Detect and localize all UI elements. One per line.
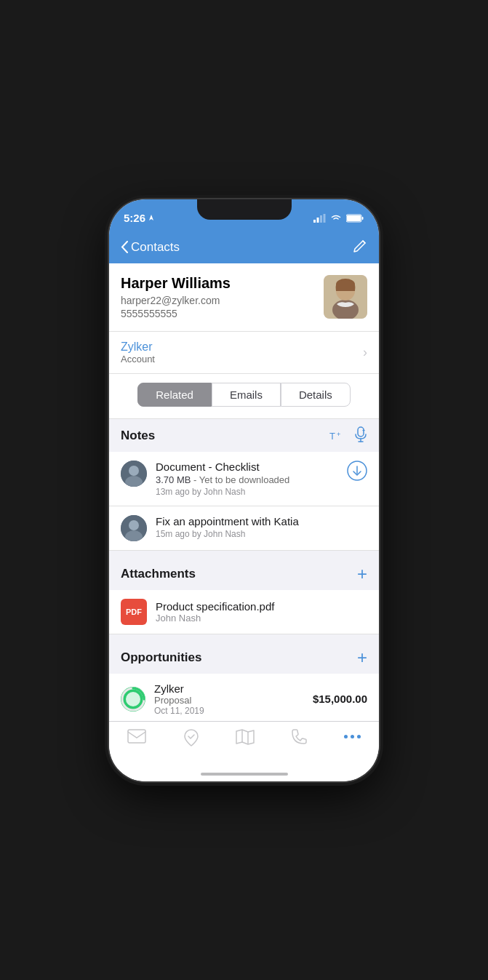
- back-label: Contacts: [131, 240, 180, 255]
- note-avatar-2: [121, 515, 147, 541]
- nav-bar: Contacts: [109, 231, 379, 263]
- notes-header: Notes T +: [109, 419, 379, 452]
- note-user-avatar-2: [121, 515, 147, 541]
- map-tab-icon: [236, 729, 255, 745]
- attachments-header: Attachments +: [109, 557, 379, 590]
- svg-rect-1: [313, 220, 316, 223]
- avatar-image: [324, 275, 367, 319]
- battery-icon: [346, 214, 364, 223]
- opportunity-name: Zylker: [154, 682, 304, 695]
- svg-rect-4: [324, 214, 326, 223]
- tab-details[interactable]: Details: [281, 383, 351, 407]
- tabs-container: Related Emails Details: [109, 374, 379, 419]
- notes-actions: T + +: [329, 426, 367, 446]
- add-audio-note-button[interactable]: +: [354, 426, 367, 446]
- mail-tab-icon: [127, 729, 146, 744]
- add-opportunity-button[interactable]: +: [357, 648, 367, 668]
- content-area: Harper Williams harper22@zylker.com 5555…: [109, 263, 379, 721]
- signal-icon: [313, 214, 326, 223]
- tab-bar-phone[interactable]: [282, 729, 316, 745]
- more-dot-1: [344, 735, 348, 738]
- note-item[interactable]: Fix an appointment with Katia 15m ago by…: [109, 506, 379, 551]
- phone-tab-icon: [291, 729, 307, 745]
- svg-rect-6: [347, 215, 361, 221]
- tab-emails[interactable]: Emails: [212, 383, 281, 407]
- note-subtitle-1: 3.70 MB - Yet to be downloaded: [156, 474, 338, 485]
- avatar: [324, 275, 367, 319]
- opportunity-details: Zylker Proposal Oct 11, 2019: [154, 682, 304, 716]
- note-time-2: 15m ago by John Nash: [156, 529, 367, 539]
- more-dot-2: [351, 735, 354, 738]
- svg-text:T: T: [329, 431, 335, 442]
- contact-email: harper22@zylker.com: [121, 295, 231, 306]
- pdf-icon: PDF: [121, 599, 147, 625]
- text-note-icon: T +: [329, 429, 345, 442]
- opportunity-status-icon: [121, 687, 145, 712]
- edit-icon: [353, 239, 367, 253]
- note-content-2: Fix an appointment with Katia 15m ago by…: [156, 515, 367, 539]
- opportunity-date: Oct 11, 2019: [154, 706, 304, 716]
- attachment-item[interactable]: PDF Product specification.pdf John Nash: [109, 590, 379, 634]
- opportunities-section: Opportunities + Zylker Proposal: [109, 640, 379, 721]
- contact-header: Harper Williams harper22@zylker.com 5555…: [109, 263, 379, 332]
- svg-marker-0: [149, 215, 153, 220]
- contact-phone: 5555555555: [121, 308, 231, 319]
- svg-rect-2: [317, 218, 319, 223]
- tab-bar-mail[interactable]: [119, 729, 155, 744]
- note-title-1: Document - Checklist: [156, 461, 338, 473]
- tab-bar-map[interactable]: [227, 729, 263, 745]
- account-name: Zylker: [121, 340, 155, 354]
- opportunity-amount: $15,000.00: [313, 693, 367, 705]
- attachment-info: Product specification.pdf John Nash: [156, 600, 274, 624]
- note-time-1: 13m ago by John Nash: [156, 487, 338, 497]
- back-chevron-icon: [121, 241, 128, 253]
- opportunity-pie-icon: [121, 687, 145, 712]
- status-time: 5:26: [124, 212, 155, 224]
- tab-bar-more[interactable]: [335, 729, 369, 745]
- opportunities-title: Opportunities: [121, 650, 201, 665]
- tab-bar-checkin[interactable]: [175, 729, 208, 746]
- location-icon: [148, 215, 155, 222]
- attachment-owner: John Nash: [156, 613, 274, 624]
- svg-text:+: +: [362, 428, 365, 433]
- notes-title: Notes: [121, 429, 155, 443]
- opportunities-header: Opportunities +: [109, 640, 379, 674]
- attachments-section: Attachments + PDF Product specification.…: [109, 557, 379, 634]
- download-button[interactable]: [347, 461, 367, 481]
- add-text-note-button[interactable]: T +: [329, 429, 345, 442]
- back-button[interactable]: Contacts: [121, 240, 180, 255]
- svg-point-19: [129, 466, 139, 476]
- note-avatar-1: [121, 461, 147, 487]
- contact-name: Harper Williams: [121, 275, 231, 292]
- account-label: Account: [121, 354, 155, 364]
- home-indicator: [201, 773, 288, 776]
- svg-point-27: [126, 692, 140, 706]
- opportunity-stage: Proposal: [154, 695, 304, 706]
- wifi-icon: [330, 214, 342, 223]
- note-content-1: Document - Checklist 3.70 MB - Yet to be…: [156, 461, 338, 497]
- more-dot-3: [357, 735, 361, 738]
- account-row[interactable]: Zylker Account ›: [109, 332, 379, 374]
- opportunity-item[interactable]: Zylker Proposal Oct 11, 2019 $15,000.00: [109, 674, 379, 721]
- svg-point-24: [129, 520, 139, 530]
- attachment-name: Product specification.pdf: [156, 600, 274, 613]
- checkin-tab-icon: [183, 729, 199, 746]
- status-icons: [313, 214, 364, 223]
- download-icon: [347, 461, 367, 481]
- svg-rect-31: [128, 730, 145, 743]
- svg-text:+: +: [337, 431, 340, 438]
- mic-icon: +: [354, 426, 367, 442]
- attachments-title: Attachments: [121, 567, 196, 581]
- account-chevron-icon: ›: [363, 345, 367, 360]
- edit-button[interactable]: [353, 239, 367, 256]
- svg-rect-7: [362, 217, 364, 220]
- notes-section: Notes T +: [109, 419, 379, 551]
- note-title-2: Fix an appointment with Katia: [156, 515, 367, 527]
- note-item[interactable]: Document - Checklist 3.70 MB - Yet to be…: [109, 452, 379, 506]
- contact-info: Harper Williams harper22@zylker.com 5555…: [121, 275, 231, 319]
- note-user-avatar-1: [121, 461, 147, 487]
- svg-rect-3: [320, 215, 322, 223]
- add-attachment-button[interactable]: +: [357, 564, 367, 584]
- tab-related[interactable]: Related: [137, 383, 212, 407]
